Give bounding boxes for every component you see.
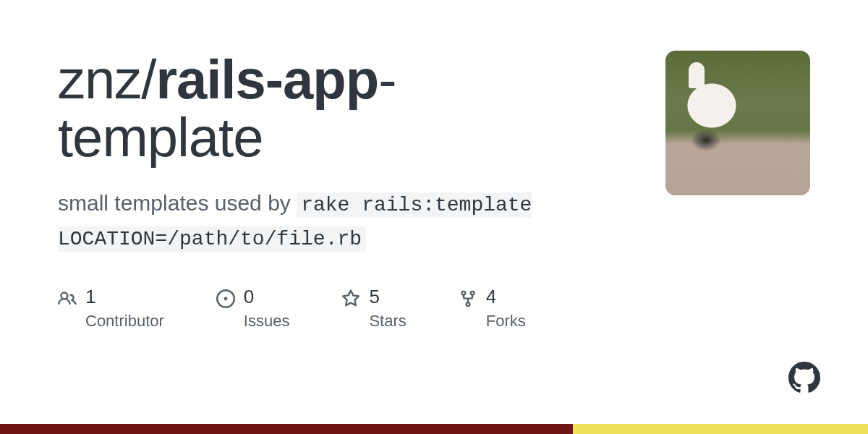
forks-label: Forks bbox=[486, 312, 526, 331]
stat-stars: 5 Stars bbox=[341, 286, 406, 331]
github-logo-icon bbox=[788, 362, 820, 393]
avatar bbox=[665, 51, 810, 195]
forks-count: 4 bbox=[486, 286, 526, 307]
stars-label: Stars bbox=[369, 312, 406, 331]
fork-icon bbox=[459, 289, 477, 308]
stat-issues: 0 Issues bbox=[216, 286, 290, 331]
repo-name-part2: template bbox=[58, 106, 263, 168]
issues-count: 0 bbox=[244, 286, 290, 307]
main-content: znz/rails-app-template small templates u… bbox=[58, 51, 637, 331]
card-container: znz/rails-app-template small templates u… bbox=[0, 0, 868, 331]
repo-title: znz/rails-app-template bbox=[58, 51, 637, 166]
stars-count: 5 bbox=[369, 286, 406, 307]
repo-description: small templates used by rake rails:templ… bbox=[58, 187, 637, 255]
stat-forks: 4 Forks bbox=[459, 286, 526, 331]
stat-contributors: 1 Contributor bbox=[58, 286, 164, 331]
stats-row: 1 Contributor 0 Issues 5 Stars bbox=[58, 286, 637, 331]
issues-label: Issues bbox=[244, 312, 290, 331]
contributors-count: 1 bbox=[85, 286, 164, 307]
issue-icon bbox=[216, 289, 235, 308]
language-segment-js bbox=[573, 424, 868, 434]
star-icon bbox=[341, 289, 360, 308]
repo-name-part1: rails-app bbox=[156, 48, 378, 110]
people-icon bbox=[58, 289, 77, 308]
language-segment-ruby bbox=[0, 424, 573, 434]
language-bar bbox=[0, 424, 868, 434]
description-text: small templates used by bbox=[58, 191, 297, 215]
owner-name: znz bbox=[58, 48, 141, 110]
contributors-label: Contributor bbox=[85, 312, 164, 331]
